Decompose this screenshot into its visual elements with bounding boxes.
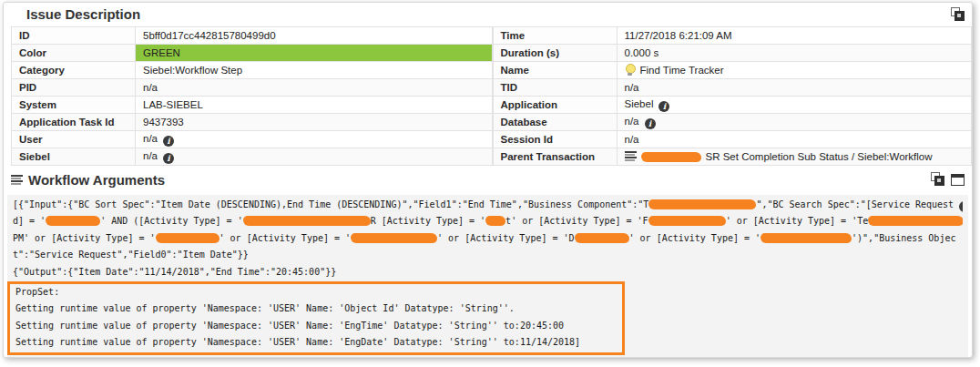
info-icon[interactable]: i [163, 136, 174, 147]
table-row: PID n/a [12, 79, 493, 97]
field-label: ID [12, 27, 136, 45]
workflow-header-actions [931, 172, 965, 186]
table-row: Duration (s) 0.000 s [493, 45, 972, 62]
code-line: {"Output":{"Item Date":"11/14/2018","End… [13, 264, 963, 280]
propset-highlight-box: PropSet:Getting runtime value of propert… [7, 281, 625, 355]
field-label: Parent Transaction [493, 148, 617, 166]
transaction-icon [625, 151, 637, 162]
table-row: Session Id n/a [493, 131, 972, 148]
issue-properties-right: Time 11/27/2018 6:21:09 AM Duration (s) … [493, 26, 973, 166]
workflow-arguments-lines: [{"Input":{"BC Sort Spec":"Item Date (DE… [13, 197, 963, 280]
code-line: PM' or [Activity Type] = '' or [Activity… [13, 230, 963, 247]
copy-icon[interactable] [931, 172, 944, 186]
code-line: PropSet: [15, 284, 622, 301]
table-row: Parent Transaction SR Set Completion Sub… [493, 148, 972, 166]
table-row: Application Task Id 9437393 [12, 114, 493, 131]
table-row: Siebel n/ai [12, 148, 493, 166]
field-label: Siebel [12, 148, 136, 166]
page-title: Issue Description [26, 6, 140, 22]
field-value-system: LAB-SIEBEL [136, 97, 493, 114]
panel-header-actions [951, 7, 965, 21]
table-row: ID 5bff0d17cc442815780499d0 [12, 27, 493, 45]
field-label: Application Task Id [12, 114, 136, 131]
field-label: Category [12, 62, 136, 79]
field-value-time: 11/27/2018 6:21:09 AM [617, 27, 972, 45]
code-line: d] = '' AND ([Activity Type] = 'R [Activ… [13, 213, 963, 229]
workflow-arguments-title: Workflow Arguments [28, 172, 165, 188]
field-value-app-task-id: 9437393 [136, 114, 493, 131]
field-label: Color [12, 45, 136, 62]
code-line: Getting runtime value of property 'Names… [15, 301, 622, 317]
table-row: Category Siebel:Workflow Step [12, 62, 493, 79]
field-value-parent-transaction[interactable]: SR Set Completion Sub Status / Siebel:Wo… [617, 148, 972, 166]
field-value-session-id: n/a [617, 131, 972, 148]
info-icon[interactable]: i [163, 153, 174, 164]
field-value-id: 5bff0d17cc442815780499d0 [136, 27, 493, 45]
code-line: Setting runtime value of property 'Names… [15, 334, 622, 351]
redaction-blob [648, 216, 726, 226]
field-label: User [12, 131, 136, 148]
redaction-blob [156, 233, 219, 243]
table-row: Application Siebeli [493, 97, 972, 114]
field-value-database: n/ai [617, 114, 972, 131]
issue-properties: ID 5bff0d17cc442815780499d0 Color GREEN … [4, 26, 972, 166]
code-line: t":"Service Request","Field0":"Item Date… [13, 247, 963, 263]
field-value-color: GREEN [136, 45, 493, 62]
issue-description-panel: Issue Description ID 5bff0d17cc442815780… [3, 2, 973, 358]
field-label: Time [493, 27, 617, 45]
field-value-duration: 0.000 s [617, 45, 972, 62]
field-value-user: n/ai [136, 131, 493, 148]
table-row: Name Find Time Tracker [493, 62, 972, 79]
workflow-arguments-header: Workflow Arguments [4, 168, 972, 192]
code-line: Setting runtime value of property 'Names… [15, 318, 622, 334]
redaction-blob [46, 216, 100, 226]
redaction-blob [648, 199, 756, 209]
field-label: Session Id [493, 131, 617, 148]
field-label: PID [12, 79, 136, 97]
field-value-siebel: n/ai [136, 148, 493, 166]
window-icon[interactable] [951, 174, 965, 186]
info-icon[interactable]: i [959, 201, 963, 212]
field-value-tid: n/a [617, 79, 972, 97]
field-value-category: Siebel:Workflow Step [136, 62, 493, 79]
info-icon[interactable]: i [658, 101, 669, 112]
lightbulb-icon [625, 64, 636, 76]
panel-header: Issue Description [4, 3, 972, 26]
workflow-arguments-text: [{"Input":{"BC Sort Spec":"Item Date (DE… [7, 195, 968, 357]
redaction-blob [575, 233, 629, 243]
table-row: Database n/ai [493, 114, 972, 131]
field-label: Application [493, 97, 617, 114]
issue-properties-left: ID 5bff0d17cc442815780499d0 Color GREEN … [11, 26, 493, 166]
redaction-blob [485, 216, 505, 226]
transaction-icon [11, 175, 23, 186]
table-row: Color GREEN [12, 45, 493, 62]
redaction-blob [243, 216, 371, 226]
field-label: TID [493, 79, 617, 97]
table-row: Time 11/27/2018 6:21:09 AM [493, 27, 972, 45]
field-label: System [12, 97, 136, 114]
redaction-blob [641, 152, 701, 162]
field-value-name: Find Time Tracker [617, 62, 972, 79]
field-label: Database [493, 114, 617, 131]
code-line: [{"Input":{"BC Sort Spec":"Item Date (DE… [13, 197, 963, 213]
table-row: User n/ai [12, 131, 493, 148]
table-row: System LAB-SIEBEL [12, 97, 493, 114]
field-label: Name [493, 62, 617, 79]
copy-icon[interactable] [951, 7, 965, 21]
info-icon[interactable]: i [645, 118, 656, 129]
field-value-application: Siebeli [617, 97, 972, 114]
table-row: TID n/a [493, 79, 972, 97]
redaction-blob [868, 216, 963, 226]
redaction-blob [351, 233, 437, 243]
field-label: Duration (s) [493, 45, 617, 62]
field-value-pid: n/a [136, 79, 493, 97]
redaction-blob [761, 233, 852, 243]
